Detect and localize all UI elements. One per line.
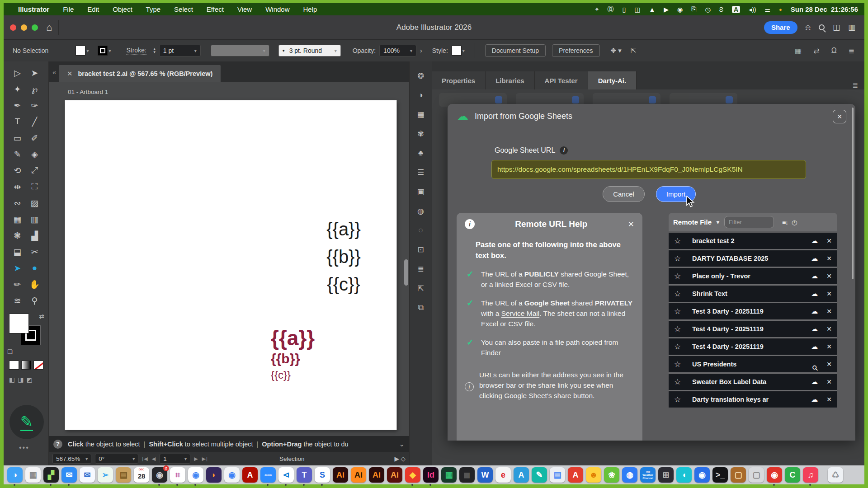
symbol-sprayer-tool[interactable]: ❃ xyxy=(9,230,26,240)
sort-icon[interactable]: ≡↓ xyxy=(782,219,788,226)
search-icon[interactable] xyxy=(819,24,825,30)
color-button[interactable] xyxy=(9,361,19,370)
menu-view[interactable]: View xyxy=(237,5,252,13)
draw-mode-0[interactable]: ◧ xyxy=(9,376,15,383)
menu-object[interactable]: Object xyxy=(113,5,132,13)
paintbrush-tool[interactable]: ✐ xyxy=(26,133,43,143)
opacity-label[interactable]: Opacity: xyxy=(353,47,376,54)
remote-file-row[interactable]: ☆bracket test 2☁↑✕ xyxy=(669,233,837,249)
mesh-tool[interactable]: ▦ xyxy=(9,214,26,224)
device-icon[interactable]: ▯ xyxy=(622,6,626,13)
menu-clock[interactable]: Sun 28 Dec 21:26:56 xyxy=(791,5,858,13)
play-circle-icon[interactable]: ▶ xyxy=(664,6,669,13)
dock-icon-gray-app[interactable]: ▢ xyxy=(749,467,764,483)
collapse-chevrons-icon[interactable]: « xyxy=(52,68,56,76)
remove-file-icon[interactable]: ✕ xyxy=(826,396,832,403)
panel-strip-icon-3[interactable]: ✾ xyxy=(417,129,424,139)
remove-file-icon[interactable]: ✕ xyxy=(826,361,832,368)
style-combo[interactable]: ▾ xyxy=(452,46,465,56)
workspace-grid-icon[interactable]: ◫ xyxy=(833,23,840,32)
dock-icon-fresco[interactable]: ◆ xyxy=(405,467,420,483)
triangle-icon[interactable]: ▲ xyxy=(649,6,655,13)
dock-icon-blue-app[interactable]: ◉ xyxy=(694,467,710,483)
star-icon[interactable]: ☆ xyxy=(674,236,692,246)
dock-icon-window-manager[interactable]: ▞ xyxy=(43,467,59,483)
tab-properties[interactable]: Properties xyxy=(432,71,486,89)
camera-icon[interactable]: ◉ xyxy=(677,6,683,13)
remove-file-icon[interactable]: ✕ xyxy=(826,290,832,297)
stroke-label[interactable]: Stroke: xyxy=(126,47,146,55)
stroke-stepper[interactable]: ▲▼ xyxy=(153,47,156,54)
dock-icon-green-app[interactable]: ❀ xyxy=(604,467,619,483)
dock-icon-firefox[interactable]: ◗ xyxy=(206,467,222,483)
close-window-button[interactable] xyxy=(10,24,16,31)
remote-file-row[interactable]: ☆Place only - Trevor☁↑✕ xyxy=(669,268,837,284)
opacity-dropdown[interactable]: 100%▾ xyxy=(379,45,416,56)
clock-icon[interactable]: ◷ xyxy=(705,6,710,13)
panel-strip-icon-2[interactable]: ▦ xyxy=(417,110,424,119)
lasso-tool[interactable]: ℘ xyxy=(26,84,43,94)
dock-icon-maps[interactable]: ➢ xyxy=(98,467,113,483)
dock-icon-finder[interactable]: ◑ xyxy=(7,467,23,483)
chevron-right-icon[interactable]: › xyxy=(420,47,422,54)
menu-window[interactable]: Window xyxy=(265,5,289,13)
variable-width-profile-dropdown[interactable]: •3 pt. Round▾ xyxy=(278,45,341,56)
menu-file[interactable]: File xyxy=(63,5,74,13)
remote-file-row[interactable]: ☆Test 4 Darty - 20251119☁↑✕ xyxy=(669,338,837,355)
info-icon[interactable]: i xyxy=(560,146,568,155)
direct-selection-tool[interactable]: ➤ xyxy=(26,68,43,78)
star-icon[interactable]: ☆ xyxy=(674,377,692,387)
scale-tool[interactable]: ⤢ xyxy=(26,165,43,175)
star-icon[interactable]: ☆ xyxy=(674,307,692,316)
panel-layout-icon[interactable]: ▥ xyxy=(848,23,855,32)
cloud-upload-icon[interactable]: ☁↑ xyxy=(811,395,826,404)
type-tool[interactable]: T xyxy=(9,117,26,127)
menu-help[interactable]: Help xyxy=(303,5,317,13)
remove-file-icon[interactable]: ✕ xyxy=(826,343,832,350)
panel-strip-icon-5[interactable]: ☰ xyxy=(417,168,424,177)
history-icon[interactable]: ◷ xyxy=(792,219,797,226)
menu-icon[interactable]: ≣ xyxy=(849,47,854,55)
dock-icon-teams[interactable]: T xyxy=(297,467,312,483)
dock-icon-emoji-app[interactable]: ☻ xyxy=(586,467,601,483)
dock-icon-indesign[interactable]: Id xyxy=(423,467,439,483)
share-button[interactable]: Share xyxy=(764,21,797,34)
next-artboard-icon[interactable]: ▶ xyxy=(194,456,198,462)
draw-mode-2[interactable]: ◩ xyxy=(26,376,32,383)
panel-strip-icon-10[interactable]: ≣ xyxy=(417,264,424,274)
dock-icon-camera-app[interactable]: ◉2 xyxy=(152,467,167,483)
dock-icon-teal-pen-app[interactable]: ✎ xyxy=(532,467,547,483)
rotate-view-icon[interactable]: Ω xyxy=(831,47,837,55)
panel-strip-icon-1[interactable]: ◑ xyxy=(418,91,423,100)
document-tab[interactable]: ✕ bracket test 2.ai @ 567.65 % (RGB/Prev… xyxy=(59,65,221,82)
remove-file-icon[interactable]: ✕ xyxy=(826,308,832,315)
eraser-tool[interactable]: ◈ xyxy=(26,149,43,159)
pencil-tool[interactable]: ✏ xyxy=(9,279,26,289)
plugin-pencil-fab[interactable]: ✎ xyxy=(9,405,44,439)
dock-icon-red-pin-app[interactable]: ◉ xyxy=(767,467,782,483)
dialog-scrollbar-thumb[interactable] xyxy=(852,108,854,279)
remove-file-icon[interactable]: ✕ xyxy=(826,378,832,385)
volume-icon[interactable]: ◂)) xyxy=(749,6,756,13)
share-page-icon[interactable]: ⎘ xyxy=(691,5,696,13)
panel-strip-icon-4[interactable]: ♣ xyxy=(418,149,423,158)
hand-tool[interactable]: ✋ xyxy=(26,279,43,289)
stroke-swatch[interactable] xyxy=(98,46,108,56)
orange-dot-icon[interactable]: ● xyxy=(779,7,782,12)
dock-icon-red-e-app[interactable]: e xyxy=(495,467,511,483)
dock-icon-blue-circle-app[interactable]: ◍ xyxy=(622,467,637,483)
star-icon[interactable]: ☆ xyxy=(674,342,692,352)
dock-icon-music[interactable]: ♫ xyxy=(803,467,818,483)
menu-effect[interactable]: Effect xyxy=(207,5,224,13)
export-icon[interactable]: ⇱ xyxy=(631,47,637,55)
first-artboard-icon[interactable]: |◀ xyxy=(142,456,148,462)
free-transform-tool[interactable]: ⛶ xyxy=(26,182,43,192)
default-fill-stroke-icon[interactable]: ❏ xyxy=(7,348,13,355)
plugin-selection-tool[interactable]: ➤ xyxy=(9,263,26,273)
slice-tool[interactable]: ✂ xyxy=(26,247,43,257)
remote-file-row[interactable]: ☆Shrink Text☁↑✕ xyxy=(669,286,837,302)
dock-icon-illustrator-1[interactable]: Ai xyxy=(333,467,348,483)
none-button[interactable] xyxy=(33,361,43,370)
dock-icon-acrobat[interactable]: A xyxy=(242,467,258,483)
cloud-upload-icon[interactable]: ☁↑ xyxy=(811,325,826,333)
